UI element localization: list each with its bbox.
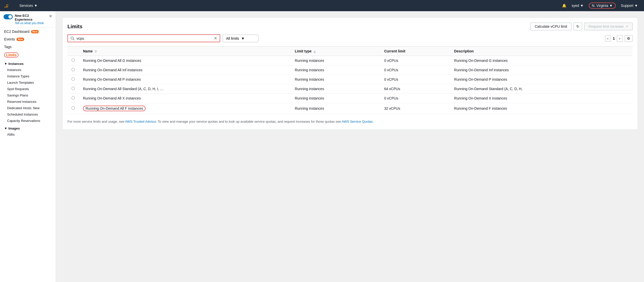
sidebar-item-scheduled-instances[interactable]: Scheduled Instances [0,111,56,118]
col-select [67,47,79,56]
new-experience-title: New EC2 Experience [15,14,47,21]
chevron-down-icon: ▼ [241,36,245,40]
sidebar-item-reserved-instances[interactable]: Reserved Instances [0,98,56,105]
row-current-limit-1: 0 vCPUs [380,65,450,75]
top-navigation: aws Services ▼ 🔔 syed ▼ N. Virginia ▼ Su… [0,0,644,11]
row-description-3: Running On-Demand Standard (A, C, D, H, [450,84,633,94]
svg-point-1 [71,37,74,39]
row-name-3: Running On-Demand All Standard (A, C, D,… [79,84,291,94]
services-menu[interactable]: Services ▼ [17,4,40,8]
row-description-1: Running On-Demand Inf instances [450,65,633,75]
nav-right: 🔔 syed ▼ N. Virginia ▼ Support ▼ [560,3,640,9]
svg-text:aws: aws [4,6,8,8]
row-limit-type-4: Running instances [291,94,380,103]
row-name-0: Running On-Demand All G instances [79,56,291,65]
search-box: ✕ [67,34,220,42]
sidebar-item-dedicated-hosts[interactable]: Dedicated Hosts New [0,105,56,111]
row-current-limit-2: 0 vCPUs [380,75,450,84]
calculate-vcpu-button[interactable]: Calculate vCPU limit [530,23,572,30]
sort-name-icon: ▽ [95,50,97,53]
refresh-icon: ↻ [576,24,579,29]
table-row: Running On-Demand All G instances Runnin… [67,56,633,65]
svg-line-2 [73,39,75,40]
table-header-row: Name ▽ Limit type △ Current limit Descri… [67,47,633,56]
row-current-limit-0: 0 vCPUs [380,56,450,65]
footer-info: For more service limits and usage, see A… [67,119,633,124]
sidebar-section-instances: ▼ Instances [0,59,56,67]
sidebar-item-instances[interactable]: Instances [0,67,56,73]
bell-icon: 🔔 [562,4,566,8]
row-select-2[interactable] [67,75,79,84]
filter-dropdown[interactable]: All limits ▼ [223,35,258,42]
prev-page-button[interactable]: ‹ [605,35,611,42]
col-limit-type[interactable]: Limit type △ [291,47,380,56]
main-content: Limits Calculate vCPU limit ↻ Request li… [56,11,644,282]
row-name-1: Running On-Demand All Inf instances [79,65,291,75]
row-description-2: Running On-Demand P instances [450,75,633,84]
sidebar-item-tags[interactable]: Tags [0,43,56,51]
row-limit-type-3: Running instances [291,84,380,94]
col-name[interactable]: Name ▽ [79,47,291,56]
sidebar-item-savings-plans[interactable]: Savings Plans [0,92,56,98]
limits-header: Limits Calculate vCPU limit ↻ Request li… [67,23,633,30]
row-current-limit-3: 64 vCPUs [380,84,450,94]
sidebar-item-capacity-reservations[interactable]: Capacity Reservations [0,118,56,124]
page-layout: New EC2 Experience Tell us what you thin… [0,11,644,282]
new-badge-events: New [17,38,24,41]
row-description-4: Running On-Demand X instances [450,94,633,103]
row-limit-type-5: Running instances [291,103,380,114]
row-select-3[interactable] [67,84,79,94]
search-input[interactable] [75,36,214,40]
table-row: Running On-Demand All X instances Runnin… [67,94,633,103]
sidebar-item-limits[interactable]: Limits [0,51,56,59]
sidebar-section-images: ▼ Images [0,124,56,131]
table-row: Running On-Demand All P instances Runnin… [67,75,633,84]
user-menu[interactable]: syed ▼ [569,4,585,8]
new-badge-ec2: New [31,30,39,33]
experience-toggle-switch[interactable] [4,14,13,19]
row-select-4[interactable] [67,94,79,103]
sort-limit-icon: △ [314,50,316,53]
search-icon [71,36,75,40]
request-limit-button: Request limit increase ↗ [584,23,633,30]
search-filter-row: ✕ All limits ▼ ‹ 1 › ⚙ [67,34,633,42]
row-limit-type-1: Running instances [291,65,380,75]
col-current-limit: Current limit [380,47,450,56]
close-new-experience[interactable]: ✕ [49,14,52,19]
row-select-1[interactable] [67,65,79,75]
sidebar-item-launch-templates[interactable]: Launch Templates [0,79,56,86]
sidebar-item-amis[interactable]: AMIs [0,131,56,138]
pagination-controls: ‹ 1 › ⚙ [605,35,633,42]
table-settings-button[interactable]: ⚙ [625,35,633,42]
table-row: Running On-Demand All Inf instances Runn… [67,65,633,75]
sidebar: New EC2 Experience Tell us what you thin… [0,11,56,282]
table-row: Running On-Demand All Standard (A, C, D,… [67,84,633,94]
row-current-limit-5: 32 vCPUs [380,103,450,114]
next-page-button[interactable]: › [617,35,623,42]
row-description-5: Running On-Demand F instances [450,103,633,114]
support-menu[interactable]: Support ▼ [619,4,640,8]
row-select-5[interactable] [67,103,79,114]
sidebar-item-instance-types[interactable]: Instance Types [0,73,56,79]
limits-actions: Calculate vCPU limit ↻ Request limit inc… [530,23,633,30]
limits-table: Name ▽ Limit type △ Current limit Descri… [67,46,633,114]
row-select-0[interactable] [67,56,79,65]
row-current-limit-4: 0 vCPUs [380,94,450,103]
region-selector[interactable]: N. Virginia ▼ [587,3,618,9]
row-name-4: Running On-Demand All X instances [79,94,291,103]
trusted-advisor-link[interactable]: AWS Trusted Advisor [125,120,156,123]
search-clear-button[interactable]: ✕ [214,36,217,41]
sidebar-item-events[interactable]: Events New [0,35,56,43]
aws-logo[interactable]: aws [4,3,14,9]
service-quotas-link[interactable]: AWS Service Quotas [342,120,373,123]
row-limit-type-0: Running instances [291,56,380,65]
external-link-icon: ↗ [625,24,628,29]
refresh-button[interactable]: ↻ [573,23,582,30]
sidebar-item-spot-requests[interactable]: Spot Requests [0,86,56,92]
notifications-button[interactable]: 🔔 [560,4,568,8]
new-experience-link[interactable]: Tell us what you think [15,21,47,25]
row-description-0: Running On-Demand G instances [450,56,633,65]
row-limit-type-2: Running instances [291,75,380,84]
limits-title: Limits [67,24,82,30]
sidebar-item-ec2-dashboard[interactable]: EC2 Dashboard New [0,28,56,35]
